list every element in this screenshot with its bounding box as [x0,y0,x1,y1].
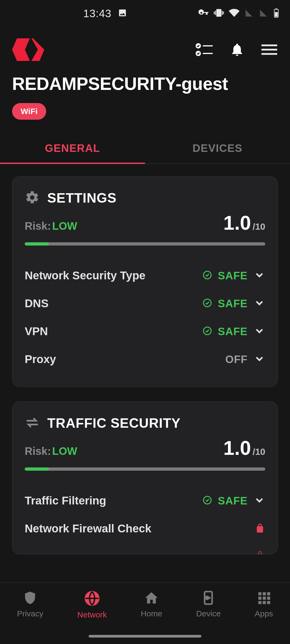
bell-icon[interactable] [230,42,245,58]
vibrate-icon [214,8,224,19]
gesture-handle[interactable] [89,635,201,638]
chevron-down-icon [253,494,265,507]
wifi-icon [229,8,240,19]
menu-icon[interactable] [261,43,278,57]
app-logo [12,35,44,65]
nav-apps[interactable]: Apps [255,590,273,618]
sim-2-icon [259,8,269,19]
connection-badge: WiFi [12,103,46,120]
check-circle-icon [203,496,212,506]
battery-icon [273,8,279,19]
item-traffic-filtering[interactable]: Traffic Filtering SAFE [25,487,265,515]
svg-rect-26 [263,601,266,604]
item-dns[interactable]: DNS SAFE [25,290,265,317]
check-circle-icon [203,326,212,336]
risk-label: Risk: [25,445,51,457]
chevron-down-icon [253,297,265,310]
checklist-icon[interactable] [195,42,213,59]
key-icon [198,8,209,19]
svg-rect-20 [263,592,266,595]
svg-marker-3 [12,38,30,61]
chevron-down-icon [253,325,265,338]
status-time: 13:43 [83,8,111,20]
chevron-down-icon [253,353,265,366]
svg-rect-27 [267,601,270,604]
svg-rect-2 [275,12,278,17]
svg-rect-19 [258,592,262,595]
svg-rect-22 [258,597,262,600]
risk-value: LOW [52,220,77,232]
lock-icon [255,523,265,535]
nav-privacy[interactable]: Privacy [17,590,43,618]
risk-value: LOW [52,445,77,457]
transfer-icon [25,415,40,431]
settings-score: 1.0 /10 [223,211,265,234]
chevron-down-icon [253,269,265,282]
lock-icon [255,550,265,554]
nav-network[interactable]: Network [77,590,107,619]
svg-marker-4 [31,38,44,61]
settings-title: SETTINGS [47,190,117,206]
settings-card: SETTINGS Risk: LOW 1.0 /10 Network Secur… [12,176,278,387]
svg-point-18 [206,597,209,599]
traffic-score: 1.0 /10 [223,437,265,459]
settings-progress [25,242,265,246]
item-proxy[interactable]: Proxy OFF [25,345,265,373]
check-circle-icon [203,270,212,281]
svg-rect-1 [276,9,277,10]
bottom-nav: Privacy Network Home Device Apps [0,582,290,644]
item-extra[interactable] [25,543,265,554]
svg-rect-21 [267,592,270,595]
item-network-security-type[interactable]: Network Security Type SAFE [25,262,265,290]
nav-home[interactable]: Home [141,590,162,618]
svg-rect-23 [263,597,266,600]
sim-1-icon [244,8,254,19]
item-firewall-check[interactable]: Network Firewall Check [25,515,265,543]
item-vpn[interactable]: VPN SAFE [25,317,265,345]
tab-general[interactable]: GENERAL [0,133,145,163]
picture-icon [118,8,127,19]
tab-devices[interactable]: DEVICES [145,133,290,163]
risk-label: Risk: [25,220,51,232]
tabs: GENERAL DEVICES [0,133,290,164]
svg-rect-25 [258,601,262,604]
svg-rect-24 [267,597,270,600]
gear-icon [25,190,40,206]
status-bar: 13:43 [0,0,290,27]
nav-device[interactable]: Device [196,590,221,618]
network-title: REDAMPSECURITY-guest [12,74,278,94]
traffic-progress [25,467,265,471]
traffic-title: TRAFFIC SECURITY [47,415,181,431]
check-circle-icon [203,298,212,309]
traffic-card: TRAFFIC SECURITY Risk: LOW 1.0 /10 Traff… [12,401,278,554]
app-header [0,27,290,74]
